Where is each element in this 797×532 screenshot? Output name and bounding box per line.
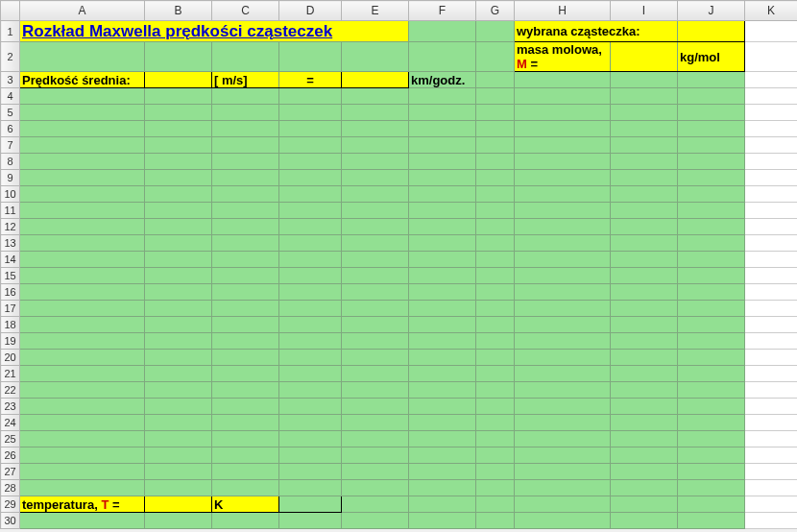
cell-G10[interactable] [476, 186, 515, 203]
cell-F2[interactable] [409, 42, 476, 72]
cell-G4[interactable] [476, 88, 515, 105]
cell-A7[interactable] [20, 137, 145, 154]
cell-K17[interactable] [745, 301, 798, 317]
cell-B27[interactable] [145, 464, 212, 480]
cell-J27[interactable] [678, 464, 745, 480]
cell-A14[interactable] [20, 252, 145, 268]
cell-E17[interactable] [342, 301, 409, 317]
cell-I23[interactable] [611, 399, 678, 415]
cell-J11[interactable] [678, 203, 745, 219]
col-header-I[interactable]: I [611, 1, 678, 21]
row-header-28[interactable]: 28 [1, 480, 20, 496]
row-header-26[interactable]: 26 [1, 447, 20, 464]
cell-A10[interactable] [20, 186, 145, 203]
row-header-27[interactable]: 27 [1, 464, 20, 480]
cell-J8[interactable] [678, 154, 745, 170]
col-header-K[interactable]: K [745, 1, 798, 21]
cell-C9[interactable] [212, 170, 279, 186]
cell-H28[interactable] [515, 480, 611, 496]
cell-F27[interactable] [409, 464, 476, 480]
cell-D25[interactable] [279, 431, 342, 447]
cell-J19[interactable] [678, 333, 745, 350]
cell-D30[interactable] [279, 513, 342, 529]
cell-J10[interactable] [678, 186, 745, 203]
row-header-13[interactable]: 13 [1, 235, 20, 252]
cell-E22[interactable] [342, 382, 409, 399]
cell-A16[interactable] [20, 284, 145, 301]
cell-G24[interactable] [476, 415, 515, 431]
cell-K24[interactable] [745, 415, 798, 431]
cell-E15[interactable] [342, 268, 409, 284]
cell-C7[interactable] [212, 137, 279, 154]
cell-K10[interactable] [745, 186, 798, 203]
molar-mass-label[interactable]: masa molowa, M = [515, 42, 611, 72]
cell-E18[interactable] [342, 317, 409, 333]
cell-I16[interactable] [611, 284, 678, 301]
cell-K11[interactable] [745, 203, 798, 219]
cell-B2[interactable] [145, 42, 212, 72]
cell-C28[interactable] [212, 480, 279, 496]
cell-D8[interactable] [279, 154, 342, 170]
row-header-9[interactable]: 9 [1, 170, 20, 186]
cell-H11[interactable] [515, 203, 611, 219]
chosen-particle-value[interactable] [678, 21, 745, 42]
cell-K28[interactable] [745, 480, 798, 496]
cell-A8[interactable] [20, 154, 145, 170]
row-header-8[interactable]: 8 [1, 154, 20, 170]
cell-B16[interactable] [145, 284, 212, 301]
cell-C26[interactable] [212, 447, 279, 464]
cell-A24[interactable] [20, 415, 145, 431]
cell-E19[interactable] [342, 333, 409, 350]
cell-A4[interactable] [20, 88, 145, 105]
cell-H20[interactable] [515, 350, 611, 366]
cell-D28[interactable] [279, 480, 342, 496]
cell-B8[interactable] [145, 154, 212, 170]
cell-A2[interactable] [20, 42, 145, 72]
col-header-C[interactable]: C [212, 1, 279, 21]
cell-J15[interactable] [678, 268, 745, 284]
avg-speed-value-ms[interactable] [145, 72, 212, 88]
cell-J16[interactable] [678, 284, 745, 301]
cell-D5[interactable] [279, 105, 342, 121]
cell-I18[interactable] [611, 317, 678, 333]
cell-C21[interactable] [212, 366, 279, 382]
cell-J13[interactable] [678, 235, 745, 252]
cell-F6[interactable] [409, 121, 476, 137]
cell-J29[interactable] [678, 496, 745, 513]
cell-F18[interactable] [409, 317, 476, 333]
cell-H21[interactable] [515, 366, 611, 382]
col-header-H[interactable]: H [515, 1, 611, 21]
cell-B21[interactable] [145, 366, 212, 382]
cell-E16[interactable] [342, 284, 409, 301]
row-header-29[interactable]: 29 [1, 496, 20, 513]
col-header-A[interactable]: A [20, 1, 145, 21]
cell-D19[interactable] [279, 333, 342, 350]
cell-A23[interactable] [20, 399, 145, 415]
cell-D7[interactable] [279, 137, 342, 154]
cell-I24[interactable] [611, 415, 678, 431]
cell-K7[interactable] [745, 137, 798, 154]
cell-I7[interactable] [611, 137, 678, 154]
cell-B9[interactable] [145, 170, 212, 186]
spreadsheet-grid[interactable]: A B C D E F G H I J K 1 Rozkład Maxwella… [0, 0, 797, 529]
cell-A18[interactable] [20, 317, 145, 333]
corner-cell[interactable] [1, 1, 20, 21]
cell-H3[interactable] [515, 72, 611, 88]
cell-F25[interactable] [409, 431, 476, 447]
cell-K25[interactable] [745, 431, 798, 447]
cell-B11[interactable] [145, 203, 212, 219]
cell-F5[interactable] [409, 105, 476, 121]
cell-G27[interactable] [476, 464, 515, 480]
cell-E24[interactable] [342, 415, 409, 431]
temperature-label[interactable]: temperatura, T = [20, 496, 145, 513]
cell-H6[interactable] [515, 121, 611, 137]
row-header-24[interactable]: 24 [1, 415, 20, 431]
cell-E4[interactable] [342, 88, 409, 105]
cell-I20[interactable] [611, 350, 678, 366]
cell-J21[interactable] [678, 366, 745, 382]
cell-D2[interactable] [279, 42, 342, 72]
cell-B20[interactable] [145, 350, 212, 366]
cell-A30[interactable] [20, 513, 145, 529]
cell-F15[interactable] [409, 268, 476, 284]
cell-I28[interactable] [611, 480, 678, 496]
